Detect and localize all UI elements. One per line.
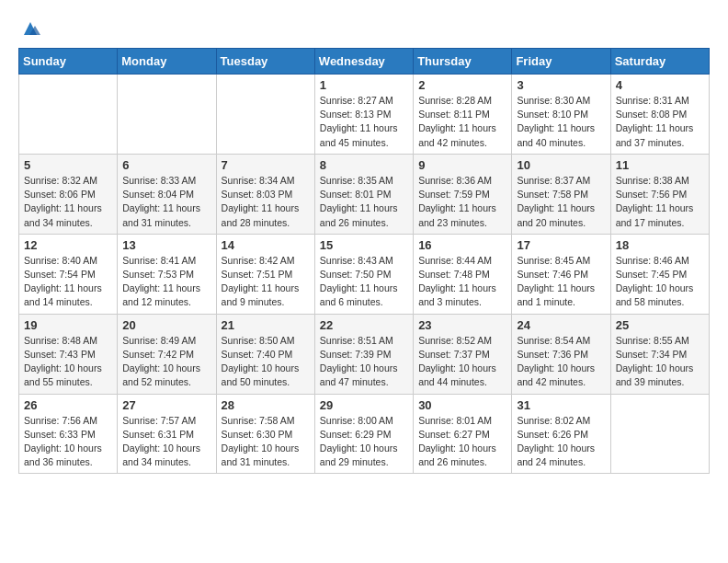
calendar-cell: 24Sunrise: 8:54 AMSunset: 7:36 PMDayligh… bbox=[512, 314, 610, 394]
calendar-cell: 23Sunrise: 8:52 AMSunset: 7:37 PMDayligh… bbox=[414, 314, 512, 394]
calendar-cell bbox=[19, 75, 118, 155]
day-number: 27 bbox=[122, 398, 210, 412]
weekday-header-sunday: Sunday bbox=[19, 49, 118, 75]
day-number: 3 bbox=[517, 78, 605, 92]
day-number: 6 bbox=[122, 158, 210, 172]
day-number: 26 bbox=[24, 398, 112, 412]
day-number: 5 bbox=[24, 158, 112, 172]
calendar-cell: 22Sunrise: 8:51 AMSunset: 7:39 PMDayligh… bbox=[314, 314, 413, 394]
calendar-cell: 29Sunrise: 8:00 AMSunset: 6:29 PMDayligh… bbox=[314, 394, 413, 474]
calendar-cell: 12Sunrise: 8:40 AMSunset: 7:54 PMDayligh… bbox=[19, 234, 118, 314]
calendar-cell bbox=[610, 394, 709, 474]
calendar-week-row: 26Sunrise: 7:56 AMSunset: 6:33 PMDayligh… bbox=[19, 394, 710, 474]
calendar-cell: 19Sunrise: 8:48 AMSunset: 7:43 PMDayligh… bbox=[19, 314, 118, 394]
weekday-header-saturday: Saturday bbox=[610, 49, 709, 75]
calendar-cell: 13Sunrise: 8:41 AMSunset: 7:53 PMDayligh… bbox=[118, 234, 216, 314]
calendar-cell: 5Sunrise: 8:32 AMSunset: 8:06 PMDaylight… bbox=[19, 154, 118, 234]
calendar-cell: 10Sunrise: 8:37 AMSunset: 7:58 PMDayligh… bbox=[512, 154, 610, 234]
day-info: Sunrise: 8:54 AMSunset: 7:36 PMDaylight:… bbox=[517, 334, 605, 390]
calendar-table: SundayMondayTuesdayWednesdayThursdayFrid… bbox=[18, 48, 710, 474]
day-info: Sunrise: 8:44 AMSunset: 7:48 PMDaylight:… bbox=[418, 254, 506, 310]
weekday-header-wednesday: Wednesday bbox=[314, 49, 413, 75]
logo-icon bbox=[20, 18, 40, 39]
calendar-cell: 26Sunrise: 7:56 AMSunset: 6:33 PMDayligh… bbox=[19, 394, 118, 474]
calendar-cell: 15Sunrise: 8:43 AMSunset: 7:50 PMDayligh… bbox=[314, 234, 413, 314]
day-number: 1 bbox=[320, 78, 408, 92]
calendar-cell: 30Sunrise: 8:01 AMSunset: 6:27 PMDayligh… bbox=[414, 394, 512, 474]
day-number: 31 bbox=[517, 398, 605, 412]
day-info: Sunrise: 8:43 AMSunset: 7:50 PMDaylight:… bbox=[320, 254, 408, 310]
day-info: Sunrise: 8:33 AMSunset: 8:04 PMDaylight:… bbox=[122, 174, 210, 230]
weekday-header-row: SundayMondayTuesdayWednesdayThursdayFrid… bbox=[19, 49, 710, 75]
calendar-cell: 20Sunrise: 8:49 AMSunset: 7:42 PMDayligh… bbox=[118, 314, 216, 394]
day-info: Sunrise: 8:35 AMSunset: 8:01 PMDaylight:… bbox=[320, 174, 408, 230]
day-info: Sunrise: 8:28 AMSunset: 8:11 PMDaylight:… bbox=[418, 94, 506, 150]
weekday-header-monday: Monday bbox=[118, 49, 216, 75]
day-number: 22 bbox=[320, 318, 408, 332]
day-info: Sunrise: 8:45 AMSunset: 7:46 PMDaylight:… bbox=[517, 254, 605, 310]
calendar-cell: 25Sunrise: 8:55 AMSunset: 7:34 PMDayligh… bbox=[610, 314, 709, 394]
calendar-cell: 18Sunrise: 8:46 AMSunset: 7:45 PMDayligh… bbox=[610, 234, 709, 314]
day-number: 28 bbox=[222, 398, 310, 412]
day-info: Sunrise: 8:42 AMSunset: 7:51 PMDaylight:… bbox=[222, 254, 310, 310]
day-info: Sunrise: 8:55 AMSunset: 7:34 PMDaylight:… bbox=[616, 334, 704, 390]
calendar-cell: 28Sunrise: 7:58 AMSunset: 6:30 PMDayligh… bbox=[216, 394, 314, 474]
calendar-cell bbox=[216, 75, 314, 155]
calendar-cell: 6Sunrise: 8:33 AMSunset: 8:04 PMDaylight… bbox=[118, 154, 216, 234]
day-info: Sunrise: 8:38 AMSunset: 7:56 PMDaylight:… bbox=[616, 174, 704, 230]
calendar-cell: 27Sunrise: 7:57 AMSunset: 6:31 PMDayligh… bbox=[118, 394, 216, 474]
weekday-header-friday: Friday bbox=[512, 49, 610, 75]
day-number: 7 bbox=[222, 158, 310, 172]
calendar-cell: 7Sunrise: 8:34 AMSunset: 8:03 PMDaylight… bbox=[216, 154, 314, 234]
calendar-cell: 17Sunrise: 8:45 AMSunset: 7:46 PMDayligh… bbox=[512, 234, 610, 314]
day-number: 20 bbox=[122, 318, 210, 332]
calendar-cell: 9Sunrise: 8:36 AMSunset: 7:59 PMDaylight… bbox=[414, 154, 512, 234]
day-number: 29 bbox=[320, 398, 408, 412]
day-number: 24 bbox=[517, 318, 605, 332]
day-info: Sunrise: 8:02 AMSunset: 6:26 PMDaylight:… bbox=[517, 414, 605, 470]
day-info: Sunrise: 8:51 AMSunset: 7:39 PMDaylight:… bbox=[320, 334, 408, 390]
weekday-header-thursday: Thursday bbox=[414, 49, 512, 75]
calendar-cell: 14Sunrise: 8:42 AMSunset: 7:51 PMDayligh… bbox=[216, 234, 314, 314]
day-number: 21 bbox=[222, 318, 310, 332]
calendar-cell: 3Sunrise: 8:30 AMSunset: 8:10 PMDaylight… bbox=[512, 75, 610, 155]
day-number: 10 bbox=[517, 158, 605, 172]
day-number: 18 bbox=[616, 238, 704, 252]
day-number: 16 bbox=[418, 238, 506, 252]
logo bbox=[18, 18, 40, 33]
day-info: Sunrise: 8:46 AMSunset: 7:45 PMDaylight:… bbox=[616, 254, 704, 310]
day-number: 30 bbox=[418, 398, 506, 412]
day-number: 25 bbox=[616, 318, 704, 332]
day-number: 23 bbox=[418, 318, 506, 332]
day-info: Sunrise: 8:50 AMSunset: 7:40 PMDaylight:… bbox=[222, 334, 310, 390]
day-info: Sunrise: 8:36 AMSunset: 7:59 PMDaylight:… bbox=[418, 174, 506, 230]
day-number: 2 bbox=[418, 78, 506, 92]
calendar-cell: 31Sunrise: 8:02 AMSunset: 6:26 PMDayligh… bbox=[512, 394, 610, 474]
day-info: Sunrise: 8:41 AMSunset: 7:53 PMDaylight:… bbox=[122, 254, 210, 310]
day-info: Sunrise: 8:34 AMSunset: 8:03 PMDaylight:… bbox=[222, 174, 310, 230]
day-info: Sunrise: 8:31 AMSunset: 8:08 PMDaylight:… bbox=[616, 94, 704, 150]
calendar-week-row: 5Sunrise: 8:32 AMSunset: 8:06 PMDaylight… bbox=[19, 154, 710, 234]
calendar-cell: 11Sunrise: 8:38 AMSunset: 7:56 PMDayligh… bbox=[610, 154, 709, 234]
calendar-week-row: 1Sunrise: 8:27 AMSunset: 8:13 PMDaylight… bbox=[19, 75, 710, 155]
weekday-header-tuesday: Tuesday bbox=[216, 49, 314, 75]
calendar-cell: 8Sunrise: 8:35 AMSunset: 8:01 PMDaylight… bbox=[314, 154, 413, 234]
day-number: 11 bbox=[616, 158, 704, 172]
page-header bbox=[18, 18, 710, 33]
day-info: Sunrise: 8:27 AMSunset: 8:13 PMDaylight:… bbox=[320, 94, 408, 150]
day-info: Sunrise: 8:01 AMSunset: 6:27 PMDaylight:… bbox=[418, 414, 506, 470]
calendar-week-row: 19Sunrise: 8:48 AMSunset: 7:43 PMDayligh… bbox=[19, 314, 710, 394]
day-number: 12 bbox=[24, 238, 112, 252]
day-number: 19 bbox=[24, 318, 112, 332]
calendar-cell: 1Sunrise: 8:27 AMSunset: 8:13 PMDaylight… bbox=[314, 75, 413, 155]
day-number: 17 bbox=[517, 238, 605, 252]
day-info: Sunrise: 8:37 AMSunset: 7:58 PMDaylight:… bbox=[517, 174, 605, 230]
day-info: Sunrise: 7:58 AMSunset: 6:30 PMDaylight:… bbox=[222, 414, 310, 470]
day-info: Sunrise: 7:56 AMSunset: 6:33 PMDaylight:… bbox=[24, 414, 112, 470]
calendar-cell bbox=[118, 75, 216, 155]
day-number: 14 bbox=[222, 238, 310, 252]
day-info: Sunrise: 8:30 AMSunset: 8:10 PMDaylight:… bbox=[517, 94, 605, 150]
day-number: 9 bbox=[418, 158, 506, 172]
day-info: Sunrise: 8:52 AMSunset: 7:37 PMDaylight:… bbox=[418, 334, 506, 390]
calendar-cell: 16Sunrise: 8:44 AMSunset: 7:48 PMDayligh… bbox=[414, 234, 512, 314]
